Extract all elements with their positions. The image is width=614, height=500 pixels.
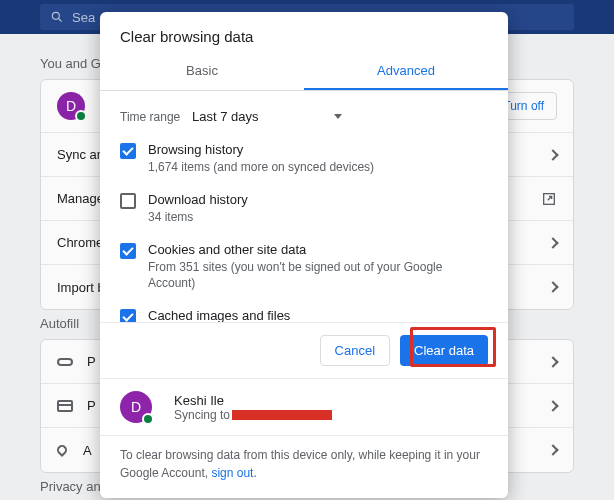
tab-basic[interactable]: Basic: [100, 53, 304, 90]
profile-row: D Keshi Ile Syncing to: [100, 378, 508, 435]
dropdown-icon: [334, 114, 342, 119]
tabs: Basic Advanced: [100, 53, 508, 91]
checkbox[interactable]: [120, 193, 136, 209]
dialog-title: Clear browsing data: [100, 12, 508, 53]
dialog-actions: Cancel Clear data: [100, 322, 508, 378]
sync-badge-icon: [142, 413, 154, 425]
dialog-body: Time range Last 7 days Browsing history1…: [100, 91, 508, 322]
avatar: D: [120, 391, 152, 423]
clear-data-button[interactable]: Clear data: [400, 335, 488, 366]
checkbox-item: Browsing history1,674 items (and more on…: [120, 134, 488, 184]
tab-advanced[interactable]: Advanced: [304, 53, 508, 90]
profile-sync: Syncing to: [174, 408, 332, 422]
checkbox[interactable]: [120, 143, 136, 159]
sign-out-link[interactable]: sign out: [211, 466, 253, 480]
checkbox[interactable]: [120, 309, 136, 322]
item-title: Browsing history: [148, 142, 488, 157]
checkbox-item: Cached images and filesLess than 319 MB: [120, 300, 488, 322]
profile-name: Keshi Ile: [174, 393, 332, 408]
item-title: Download history: [148, 192, 488, 207]
item-title: Cached images and files: [148, 308, 488, 322]
cancel-button[interactable]: Cancel: [320, 335, 390, 366]
item-subtitle: 34 items: [148, 209, 488, 226]
time-range-label: Time range: [120, 110, 192, 124]
item-subtitle: From 351 sites (you won't be signed out …: [148, 259, 488, 293]
redacted-bar: [232, 410, 332, 420]
checkbox-item: Download history34 items: [120, 184, 488, 234]
checkbox[interactable]: [120, 243, 136, 259]
time-range-select[interactable]: Last 7 days: [192, 109, 342, 124]
footer-note: To clear browsing data from this device …: [100, 435, 508, 498]
checkbox-item: Cookies and other site dataFrom 351 site…: [120, 234, 488, 301]
item-subtitle: 1,674 items (and more on synced devices): [148, 159, 488, 176]
item-title: Cookies and other site data: [148, 242, 488, 257]
clear-browsing-dialog: Clear browsing data Basic Advanced Time …: [100, 12, 508, 498]
